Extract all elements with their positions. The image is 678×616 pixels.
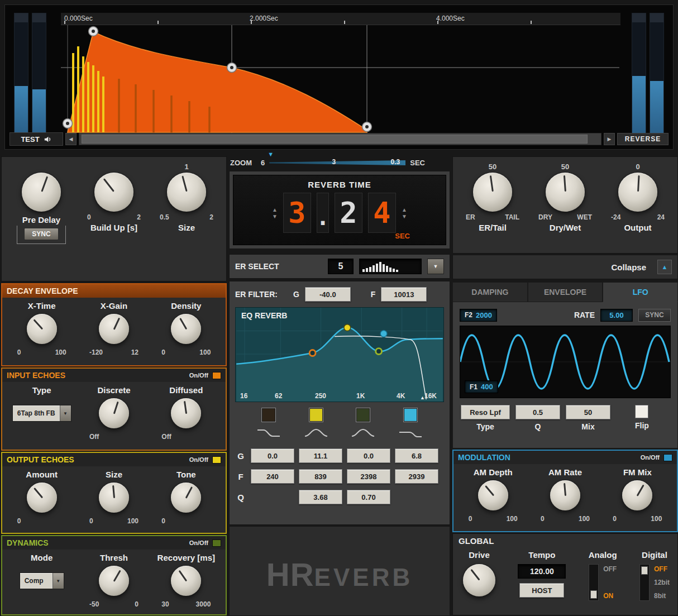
eq-band1-button[interactable] bbox=[261, 408, 276, 422]
digital-switch[interactable] bbox=[639, 564, 650, 601]
knob-min-label: 0 bbox=[541, 515, 545, 523]
eq-gain-field[interactable]: 11.1 bbox=[299, 448, 342, 463]
knob-label: ER/Tail bbox=[479, 223, 507, 232]
eq-q-field[interactable]: 3.68 bbox=[299, 490, 342, 504]
lfo-f2-field[interactable]: F22000 bbox=[460, 309, 497, 322]
knob-label: Discrete bbox=[97, 385, 130, 395]
knob-label: FM Mix bbox=[623, 467, 652, 477]
eq-gain-field[interactable]: 0.0 bbox=[251, 448, 294, 463]
tempo-field[interactable]: 120.00 bbox=[518, 564, 566, 579]
digital-12bit-option[interactable]: 12bit bbox=[654, 579, 670, 586]
discrete-knob[interactable] bbox=[99, 398, 129, 428]
echo-type-dropdown[interactable]: 6Tap 8th FB ▼ bbox=[12, 405, 71, 422]
meter-right-1 bbox=[632, 13, 646, 135]
knob-max-label: 12 bbox=[131, 348, 139, 356]
zoom-marker-icon[interactable]: ▼ bbox=[268, 151, 274, 157]
digital-off-option[interactable]: OFF bbox=[654, 565, 670, 573]
lfo-filter-type-dropdown[interactable]: Reso Lpf bbox=[461, 405, 510, 419]
recovery-knob[interactable] bbox=[171, 566, 201, 596]
pre-delay-sync-button[interactable]: SYNC bbox=[24, 228, 59, 240]
eq-values-table: G 0.0 11.1 0.0 6.8 F 240 839 2398 2939 Q… bbox=[235, 448, 444, 504]
density-knob[interactable] bbox=[171, 314, 201, 344]
eq-freq-field[interactable]: 839 bbox=[299, 469, 342, 484]
scrollbar[interactable] bbox=[79, 133, 601, 145]
knob-label: Output bbox=[624, 223, 651, 232]
eq-gain-field[interactable]: 6.8 bbox=[395, 448, 438, 463]
size-knob[interactable] bbox=[167, 173, 206, 212]
eq-freq-field[interactable]: 2939 bbox=[395, 469, 438, 484]
x-time-knob[interactable] bbox=[27, 314, 57, 344]
knob-label: X-Gain bbox=[101, 301, 127, 311]
lfo-sync-button[interactable]: SYNC bbox=[638, 309, 671, 322]
analog-on-option[interactable]: ON bbox=[603, 592, 617, 600]
zoom-slider[interactable]: ▼ 3 0.3 bbox=[269, 158, 405, 167]
er-filter-cutoff-marker[interactable]: ▲ bbox=[420, 395, 425, 400]
reverse-button[interactable]: REVERSE bbox=[617, 133, 669, 145]
am-rate-knob[interactable] bbox=[550, 480, 580, 510]
am-depth-knob[interactable] bbox=[478, 480, 508, 510]
eq-band4-button[interactable] bbox=[403, 408, 418, 422]
er-select-value[interactable]: 5 bbox=[328, 259, 354, 274]
er-pattern-display[interactable] bbox=[359, 259, 422, 274]
lfo-waveform-display: F1400 bbox=[460, 326, 671, 398]
er-filter-freq-field[interactable]: 10013 bbox=[381, 287, 427, 302]
er-tail-knob[interactable] bbox=[473, 173, 512, 212]
tab-envelope[interactable]: ENVELOPE bbox=[528, 282, 603, 302]
analog-off-option[interactable]: OFF bbox=[603, 565, 617, 573]
collapse-button[interactable]: ▲ bbox=[657, 260, 672, 274]
dynamics-mode-dropdown[interactable]: Comp ▼ bbox=[20, 572, 64, 589]
knob-max-label: 100 bbox=[651, 515, 662, 523]
output-size-knob[interactable] bbox=[99, 483, 129, 513]
test-button[interactable]: TEST bbox=[9, 132, 63, 146]
chevron-down-icon: ▼ bbox=[60, 405, 71, 421]
eq-reverb-graph[interactable]: EQ REVERB 16 62 250 1K 4K 16K ▲ bbox=[235, 307, 444, 402]
dry-wet-knob[interactable] bbox=[546, 173, 585, 212]
output-echoes-onoff-toggle[interactable] bbox=[212, 456, 221, 464]
section-title: OUTPUT ECHOES bbox=[7, 455, 74, 464]
knob-label: Pre Delay bbox=[22, 215, 60, 225]
output-knob[interactable] bbox=[618, 173, 657, 212]
knob-value: 50 bbox=[489, 163, 496, 173]
er-select-row: ER SELECT 5 ▼ bbox=[229, 254, 450, 279]
thresh-knob[interactable] bbox=[99, 566, 129, 596]
tab-damping[interactable]: DAMPING bbox=[452, 282, 528, 302]
lfo-q-field[interactable]: 0.5 bbox=[515, 405, 560, 419]
lfo-rate-field[interactable]: 5.00 bbox=[600, 309, 633, 322]
decay-envelope-shape[interactable] bbox=[68, 32, 367, 132]
tab-lfo[interactable]: LFO bbox=[603, 282, 678, 302]
fm-mix-knob[interactable] bbox=[622, 480, 652, 510]
eq-band3-button[interactable] bbox=[356, 408, 370, 422]
eq-freq-field[interactable]: 2398 bbox=[347, 469, 390, 484]
er-select-dropdown-button[interactable]: ▼ bbox=[427, 259, 444, 274]
tone-knob[interactable] bbox=[171, 483, 201, 513]
eq-gain-field[interactable]: 0.0 bbox=[347, 448, 390, 463]
section-title: MODULATION bbox=[458, 453, 510, 462]
dynamics-onoff-toggle[interactable] bbox=[212, 539, 221, 547]
amount-knob[interactable] bbox=[27, 483, 57, 513]
reverb-time-spinner-right[interactable]: ▲▼ bbox=[402, 207, 407, 219]
eq-q-field[interactable]: 0.70 bbox=[347, 490, 390, 504]
eq-band2-button[interactable] bbox=[309, 408, 323, 422]
input-echoes-onoff-toggle[interactable] bbox=[212, 372, 221, 379]
drive-knob[interactable] bbox=[463, 564, 495, 596]
build-up-knob[interactable] bbox=[94, 173, 133, 212]
digital-8bit-option[interactable]: 8bit bbox=[654, 592, 670, 600]
eq-freq-field[interactable]: 240 bbox=[251, 469, 294, 484]
modulation-onoff-toggle[interactable] bbox=[663, 454, 672, 461]
reverb-time-digit: 4 bbox=[368, 193, 396, 233]
er-filter-gain-field[interactable]: -40.0 bbox=[305, 287, 351, 302]
knob-min-label: 0 bbox=[469, 515, 472, 523]
pre-delay-knob[interactable] bbox=[22, 173, 61, 212]
reverb-time-spinner-left[interactable]: ▲▼ bbox=[272, 207, 278, 219]
lfo-mix-field[interactable]: 50 bbox=[566, 405, 610, 419]
scrollbar-thumb[interactable] bbox=[82, 135, 588, 144]
diffused-knob[interactable] bbox=[171, 398, 201, 428]
scroll-right-button[interactable]: ▶ bbox=[604, 133, 615, 145]
x-gain-knob[interactable] bbox=[99, 314, 129, 344]
host-button[interactable]: HOST bbox=[519, 583, 564, 598]
freq-label: 62 bbox=[275, 392, 282, 400]
lfo-f1-field[interactable]: F1400 bbox=[465, 380, 498, 393]
flip-toggle[interactable] bbox=[635, 405, 648, 418]
scroll-left-button[interactable]: ◀ bbox=[65, 133, 77, 145]
analog-switch[interactable] bbox=[589, 564, 599, 601]
